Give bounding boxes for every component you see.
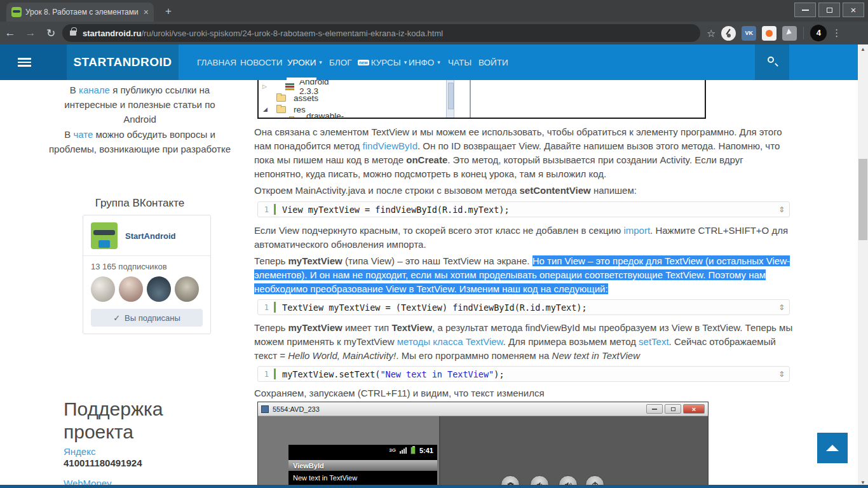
chevron-down-icon: ▾ [437,59,440,65]
support-heading: Поддержка проекта [64,398,235,444]
new-badge: new [358,60,369,65]
emulator-screenshot-image: 5554:AVD_233 × 3G 5:41 ViewById New text [257,402,709,488]
close-button[interactable]: × [843,3,864,17]
phone-screen-text: New text in TextView [293,474,357,482]
vk-subscribed-button[interactable]: ✓ Вы подписаны [91,309,203,327]
tab-close-icon[interactable]: × [144,8,149,17]
minimize-icon [802,10,809,11]
tree-collapsed-icon: ▷ [273,118,277,119]
nav-item-kursy[interactable]: newКУРСЫ▾ [358,44,407,80]
nav-item-voyti[interactable]: ВОЙТИ [478,44,508,80]
code-text: TextView myTextView = (TextView) findVie… [282,302,587,313]
extension-pointer-icon[interactable] [782,26,797,41]
battery-icon [410,447,416,454]
screen: Урок 8. Работаем с элементами × + × ← → … [0,0,868,488]
nav-item-info[interactable]: ИНФО▾ [409,44,440,80]
vk-widget: StartAndroid 13 165 подписчиков ✓ Вы под… [83,215,211,334]
article-paragraph: Теперь myTextView имеет тип TextView, а … [254,321,793,363]
favicon-android-icon [11,7,22,17]
vk-group-heading: Группа ВКонтакте [48,197,232,210]
profile-avatar[interactable]: 4 [810,25,827,41]
network-3g-icon: 3G [389,447,396,453]
android-sdk-icon [285,83,294,91]
vk-widget-header: StartAndroid [83,215,210,256]
tree-expanded-icon: ◢ [263,106,268,112]
article-paragraph: Теперь myTextView (типа View) – это наш … [254,254,793,296]
up-arrow-icon [826,445,839,451]
restore-icon [827,8,832,13]
nav-item-chaty[interactable]: ЧАТЫ [448,44,471,80]
code-block: 1 myTextView.setText("New text in TextVi… [257,366,790,382]
code-expand-icon[interactable]: ⇕ [778,205,789,214]
code-block: 1 View myTextView = findViewById(R.id.my… [257,201,790,217]
browser-menu-icon[interactable]: ⋮ [832,27,841,39]
new-tab-button[interactable]: + [161,4,175,18]
code-gutter-bar [274,369,276,379]
navbar-left-panel [0,44,67,80]
search-button[interactable] [755,44,789,80]
tree-row: ▷ Android 2.3.3 [262,81,267,92]
emulator-close-icon: × [683,404,705,414]
image-inner-scrollbar [446,80,454,118]
nav-item-blog[interactable]: БЛОГ [329,44,352,80]
site-navbar: STARTANDROID ГЛАВНАЯ НОВОСТИ УРОКИ▾ БЛОГ… [0,44,858,80]
emulator-window-icon [261,405,269,413]
code-gutter-bar [274,204,276,215]
hamburger-menu-icon[interactable] [18,58,31,67]
nav-item-uroki[interactable]: УРОКИ▾ [287,44,322,80]
extension-vk-icon[interactable]: VK [742,26,756,41]
eclipse-project-tree-image: ▷ Android 2.3.3 assets ◢ res ▷ drawable-… [257,80,706,119]
nav-item-glavnaya[interactable]: ГЛАВНАЯ [197,44,236,80]
vk-group-name-link[interactable]: StartAndroid [125,231,175,241]
scroll-to-top-button[interactable] [817,433,848,463]
vk-avatars-row [83,275,210,308]
restore-button[interactable] [818,3,840,17]
code-expand-icon[interactable]: ⇕ [778,303,789,312]
folder-icon [276,95,286,102]
emulator-phone-screen: 3G 5:41 ViewById New text in TextView [288,445,437,488]
avatar[interactable] [147,276,171,302]
emulator-controls-panel [440,416,708,487]
code-line-number: 1 [258,303,274,312]
chevron-down-icon: ▾ [404,59,407,65]
browser-toolbar: ← → ↻ startandroid.ru/ru/uroki/vse-uroki… [0,22,868,44]
phone-app-titlebar: ViewById [288,460,437,471]
code-block: 1 TextView myTextView = (TextView) findV… [257,299,790,315]
code-line-number: 1 [258,370,274,379]
folder-icon [276,106,286,113]
url-path: /ru/uroki/vse-uroki-spiskom/24-urok-8-ra… [141,29,443,38]
page-scrollbar[interactable]: ▲ ▼ [858,44,868,488]
address-bar[interactable]: startandroid.ru/ru/uroki/vse-uroki-spisk… [62,24,700,42]
url-domain: startandroid.ru [83,29,141,38]
close-icon: × [851,6,857,14]
vk-group-logo [91,222,118,249]
reload-button[interactable]: ↻ [41,27,61,40]
avatar[interactable] [91,276,115,302]
avatar[interactable] [175,276,199,302]
code-text: View myTextView = findViewById(R.id.myTe… [282,205,510,215]
code-gutter-bar [274,302,276,313]
bookmark-star-icon[interactable]: ☆ [707,27,715,39]
status-time: 5:41 [419,447,433,454]
yandex-wallet-number: 410011180491924 [64,458,142,468]
site-logo[interactable]: STARTANDROID [67,44,179,80]
code-expand-icon[interactable]: ⇕ [778,370,789,379]
scrollbar-up-arrow[interactable]: ▲ [858,44,868,55]
emulator-body: 3G 5:41 ViewById New text in TextView [258,416,708,487]
phone-statusbar: 3G 5:41 [288,445,437,456]
nav-item-novosti[interactable]: НОВОСТИ [240,44,283,80]
browser-tab[interactable]: Урок 8. Работаем с элементами × [6,3,154,22]
yandex-link[interactable]: Яндекс [64,446,95,457]
toolbar-separator [803,27,804,39]
extension-orange-dot-icon[interactable] [762,26,776,41]
code-text: myTextView.setText("New text in TextView… [282,369,505,379]
tree-collapsed-icon: ▷ [262,83,267,90]
extension-gauge-icon[interactable] [721,26,736,41]
minimize-button[interactable] [794,3,816,17]
avatar[interactable] [119,276,143,302]
emulator-titlebar: 5554:AVD_233 × [258,402,708,416]
forward-button[interactable]: → [20,27,41,39]
back-button[interactable]: ← [0,27,20,39]
scrollbar-thumb[interactable] [858,159,867,240]
article-paragraph: Она связана с элементом TextView и мы мо… [254,125,793,181]
